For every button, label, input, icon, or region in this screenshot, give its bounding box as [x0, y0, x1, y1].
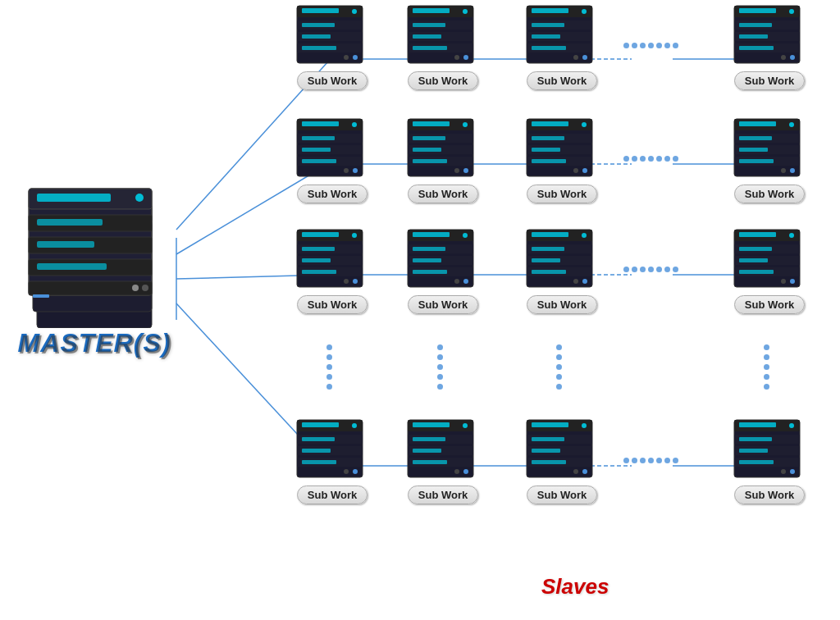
- svg-rect-191: [302, 437, 335, 441]
- svg-rect-177: [739, 232, 776, 237]
- master-label-shadow: MASTER(S): [20, 330, 173, 360]
- server-icon: [525, 117, 599, 183]
- svg-rect-75: [532, 46, 566, 50]
- svg-rect-227: [739, 437, 772, 441]
- svg-rect-45: [302, 8, 339, 13]
- svg-point-32: [135, 194, 144, 202]
- svg-point-184: [789, 233, 794, 238]
- dots-row3: [623, 267, 678, 272]
- sub-work-label: Sub Work: [297, 185, 368, 203]
- svg-rect-169: [532, 258, 560, 262]
- sub-work-label: Sub Work: [408, 185, 478, 203]
- server-row4-col1: Sub Work: [295, 418, 369, 504]
- sub-work-label: Sub Work: [734, 486, 805, 504]
- svg-rect-195: [302, 460, 336, 464]
- server-icon: [295, 418, 369, 484]
- svg-point-161: [454, 279, 459, 284]
- svg-rect-63: [413, 46, 447, 50]
- svg-rect-131: [739, 136, 772, 140]
- slaves-label: Slaves: [541, 574, 609, 599]
- svg-point-112: [463, 122, 468, 127]
- svg-point-210: [463, 469, 468, 474]
- svg-rect-107: [413, 136, 445, 140]
- server-icon: [295, 4, 369, 70]
- svg-rect-121: [532, 148, 560, 152]
- server-row1-col4: Sub Work: [733, 4, 806, 90]
- server-icon: [733, 4, 806, 70]
- server-row1-col1: Sub Work: [295, 4, 369, 90]
- sub-work-label: Sub Work: [297, 295, 368, 314]
- svg-rect-165: [532, 232, 568, 237]
- svg-point-160: [463, 233, 468, 238]
- svg-rect-36: [37, 241, 94, 248]
- server-icon: [406, 418, 480, 484]
- server-row3-col3: Sub Work: [525, 228, 599, 314]
- svg-rect-93: [302, 121, 339, 126]
- svg-rect-229: [739, 449, 768, 453]
- vdots-col4: [764, 344, 769, 390]
- svg-point-222: [582, 469, 587, 474]
- svg-point-101: [344, 168, 349, 173]
- server-row2-col4: Sub Work: [733, 117, 806, 203]
- svg-point-220: [582, 423, 587, 428]
- svg-point-172: [582, 233, 587, 238]
- master-server: MASTER(S) MASTER(S): [12, 164, 176, 358]
- svg-rect-69: [532, 8, 568, 13]
- svg-rect-38: [37, 263, 107, 270]
- svg-point-102: [353, 168, 358, 173]
- svg-point-137: [781, 168, 786, 173]
- svg-rect-159: [413, 270, 447, 274]
- svg-rect-49: [302, 34, 331, 39]
- svg-point-173: [573, 279, 578, 284]
- svg-rect-147: [302, 270, 336, 274]
- svg-point-65: [454, 55, 459, 60]
- sub-work-label: Sub Work: [527, 71, 597, 90]
- sub-work-label: Sub Work: [297, 71, 368, 90]
- svg-rect-135: [739, 159, 774, 163]
- master-label-wrap: MASTER(S) MASTER(S): [18, 328, 171, 358]
- svg-rect-31: [37, 194, 111, 202]
- svg-point-196: [352, 423, 357, 428]
- svg-point-42: [142, 285, 148, 291]
- server-row1-col2: Sub Work: [406, 4, 480, 90]
- svg-rect-143: [302, 247, 335, 251]
- svg-rect-119: [532, 136, 564, 140]
- svg-point-174: [582, 279, 587, 284]
- svg-point-54: [353, 55, 358, 60]
- svg-rect-181: [739, 258, 768, 262]
- svg-rect-73: [532, 34, 560, 39]
- svg-point-76: [582, 9, 587, 14]
- svg-rect-95: [302, 136, 335, 140]
- server-row2-col2: Sub Work: [406, 117, 480, 203]
- svg-rect-157: [413, 258, 441, 262]
- server-icon: [295, 228, 369, 294]
- vdots-col2: [437, 344, 443, 390]
- svg-point-208: [463, 423, 468, 428]
- svg-point-125: [573, 168, 578, 173]
- svg-point-52: [352, 9, 357, 14]
- sub-work-label: Sub Work: [297, 486, 368, 504]
- svg-point-149: [344, 279, 349, 284]
- svg-rect-201: [413, 422, 450, 427]
- dots-row4: [623, 458, 678, 463]
- server-icon: [525, 4, 599, 70]
- svg-rect-145: [302, 258, 331, 262]
- svg-point-233: [781, 469, 786, 474]
- server-icon: [525, 418, 599, 484]
- svg-rect-193: [302, 449, 331, 453]
- svg-point-89: [781, 55, 786, 60]
- svg-point-162: [463, 279, 468, 284]
- server-row3-col2: Sub Work: [406, 228, 480, 314]
- server-row4-col2: Sub Work: [406, 418, 480, 504]
- server-icon: [733, 117, 806, 183]
- svg-rect-231: [739, 460, 774, 464]
- sub-work-label: Sub Work: [408, 71, 478, 90]
- svg-rect-99: [302, 159, 336, 163]
- svg-rect-207: [413, 460, 447, 464]
- sub-work-label: Sub Work: [527, 295, 597, 314]
- svg-rect-217: [532, 449, 560, 453]
- svg-point-88: [789, 9, 794, 14]
- server-row2-col3: Sub Work: [525, 117, 599, 203]
- svg-point-126: [582, 168, 587, 173]
- vdots-col3: [556, 344, 562, 390]
